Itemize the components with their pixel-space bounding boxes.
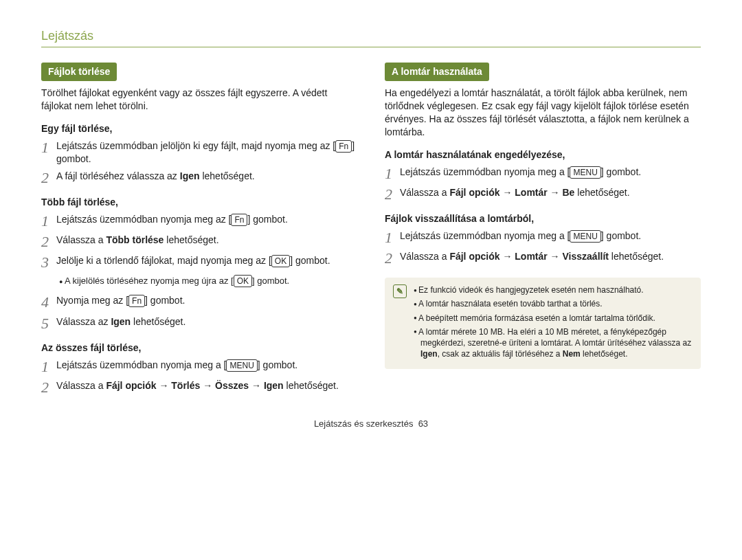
step: 2 Válassza a Fájl opciók → Törlés → Össz… bbox=[41, 379, 357, 396]
step-number: 1 bbox=[41, 213, 56, 229]
text: Válassza a bbox=[400, 251, 449, 262]
menu-button-label: MENU bbox=[226, 359, 257, 372]
bold-text: Fájl opciók → Lomtár → Be bbox=[449, 187, 574, 198]
bullet-note: A kijelölés törléséhez nyomja meg újra a… bbox=[59, 275, 357, 287]
step-number: 2 bbox=[385, 250, 400, 267]
fn-button-label: Fn bbox=[231, 214, 247, 226]
text: Válassza az bbox=[56, 316, 111, 327]
ok-button-label: OK bbox=[271, 255, 290, 267]
step-text: Válassza a Fájl opciók → Lomtár → Vissza… bbox=[400, 250, 701, 263]
text: lehetőséget. bbox=[581, 349, 628, 359]
text: Válassza a bbox=[400, 187, 449, 198]
fn-button-label: Fn bbox=[128, 295, 145, 307]
note-icon: ✎ bbox=[393, 284, 407, 298]
step-number: 3 bbox=[41, 254, 56, 271]
step-text: Válassza a Fájl opciók → Lomtár → Be leh… bbox=[400, 186, 701, 199]
step: 2 A fájl törléséhez válassza az Igen leh… bbox=[41, 170, 357, 186]
step-number: 1 bbox=[385, 166, 400, 182]
step-text: Válassza a Fájl opciók → Törlés → Összes… bbox=[56, 379, 357, 392]
step: 1 Lejátszás üzemmódban nyomja meg a [MEN… bbox=[41, 359, 357, 375]
bold-text: Több törlése bbox=[106, 234, 164, 245]
menu-button-label: MENU bbox=[570, 166, 600, 179]
note-item: A lomtár használata esetén tovább tartha… bbox=[414, 298, 693, 309]
text: gombot. bbox=[56, 153, 91, 164]
step: 1 Lejátszás üzemmódban nyomja meg a [MEN… bbox=[385, 166, 701, 182]
step-text: Válassza az Igen lehetőséget. bbox=[56, 315, 357, 328]
note-item: Ez funkció videók és hangjegyzetek eseté… bbox=[414, 284, 693, 295]
text: lehetőséget. bbox=[200, 170, 255, 181]
step: 1 Lejátszás üzemmódban nyomja meg az [Fn… bbox=[41, 213, 357, 229]
step: 2 Válassza a Fájl opciók → Lomtár → Viss… bbox=[385, 250, 701, 267]
bold-text: Igen bbox=[111, 316, 131, 327]
sub-delete-all: Az összes fájl törlése, bbox=[41, 341, 357, 355]
text: A kijelölés törléséhez nyomja meg újra a… bbox=[65, 276, 231, 286]
step-number: 2 bbox=[41, 234, 56, 250]
text: Nyomja meg az bbox=[56, 295, 126, 306]
step-text: Lejátszás üzemmódban nyomja meg az [Fn] … bbox=[56, 213, 357, 226]
step: 5 Válassza az Igen lehetőséget. bbox=[41, 315, 357, 332]
step-text: Jelölje ki a törlendő fájlokat, majd nyo… bbox=[56, 254, 357, 267]
sub-restore-trash: Fájlok visszaállítása a lomtárból, bbox=[385, 212, 701, 225]
step-text: Lejátszás üzemmódban nyomja meg a [MENU]… bbox=[400, 166, 701, 179]
text: gombot. bbox=[148, 295, 185, 306]
text: Lejátszás üzemmódban nyomja meg az bbox=[56, 214, 229, 225]
bold-text: Igen bbox=[420, 349, 438, 359]
step-number: 1 bbox=[41, 359, 56, 375]
text: lehetőséget. bbox=[574, 187, 629, 198]
text: Jelölje ki a törlendő fájlokat, majd nyo… bbox=[56, 255, 269, 266]
text: gombot. bbox=[604, 166, 641, 177]
step-text: Válassza a Több törlése lehetőséget. bbox=[56, 234, 357, 247]
note-item: A beépített memória formázása esetén a l… bbox=[414, 313, 693, 324]
text: , csak az aktuális fájl törléséhez a bbox=[438, 349, 563, 359]
note-item: A lomtár mérete 10 MB. Ha eléri a 10 MB … bbox=[414, 326, 693, 360]
text: Válassza a bbox=[56, 380, 106, 391]
note-box: ✎ Ez funkció videók és hangjegyzetek ese… bbox=[385, 278, 701, 369]
heading-trash: A lomtár használata bbox=[385, 63, 489, 81]
text: Lejátszás üzemmódban nyomja meg a bbox=[400, 230, 567, 241]
step-number: 2 bbox=[41, 170, 56, 186]
sub-enable-trash: A lomtár használatának engedélyezése, bbox=[385, 148, 701, 161]
fn-button-label: Fn bbox=[335, 140, 352, 153]
page-title: Lejátszás bbox=[41, 27, 701, 47]
content-columns: Fájlok törlése Törölhet fájlokat egyenké… bbox=[41, 63, 701, 400]
ok-button-label: OK bbox=[234, 275, 252, 287]
step-number: 1 bbox=[41, 139, 56, 156]
text: lehetőséget. bbox=[131, 316, 186, 327]
bold-text: Fájl opciók → Lomtár → Visszaállít bbox=[449, 251, 609, 262]
step: 1 Lejátszás üzemmódban jelöljön ki egy f… bbox=[41, 139, 357, 166]
step-number: 4 bbox=[41, 294, 56, 311]
sub-delete-multi: Több fájl törlése, bbox=[41, 196, 357, 209]
text: gombot. bbox=[604, 230, 641, 241]
bold-text: Igen bbox=[180, 170, 200, 181]
step-number: 1 bbox=[385, 229, 400, 246]
step: 1 Lejátszás üzemmódban nyomja meg a [MEN… bbox=[385, 229, 701, 246]
intro-text: Törölhet fájlokat egyenként vagy az össz… bbox=[41, 87, 357, 113]
text: Válassza a bbox=[56, 234, 106, 245]
text: A fájl törléséhez válassza az bbox=[56, 170, 180, 181]
text: lehetőséget. bbox=[284, 380, 339, 391]
step-number: 2 bbox=[385, 186, 400, 203]
bold-text: Nem bbox=[563, 349, 581, 359]
text: Lejátszás üzemmódban nyomja meg a bbox=[56, 359, 224, 370]
step-text: Lejátszás üzemmódban nyomja meg a [MENU]… bbox=[400, 229, 701, 243]
step-text: A fájl törléséhez válassza az Igen lehet… bbox=[56, 170, 357, 183]
text: gombot. bbox=[293, 255, 330, 266]
step-text: Nyomja meg az [Fn] gombot. bbox=[56, 294, 357, 307]
text: gombot. bbox=[250, 214, 287, 225]
note-list: Ez funkció videók és hangjegyzetek eseté… bbox=[414, 284, 693, 362]
step-text: Lejátszás üzemmódban nyomja meg a [MENU]… bbox=[56, 359, 357, 372]
text: Lejátszás üzemmódban nyomja meg a bbox=[400, 166, 567, 177]
left-column: Fájlok törlése Törölhet fájlokat egyenké… bbox=[41, 63, 357, 400]
sub-delete-one: Egy fájl törlése, bbox=[41, 122, 357, 135]
bold-text: Fájl opciók → Törlés → Összes → Igen bbox=[106, 380, 283, 391]
text: A lomtár mérete 10 MB. Ha eléri a 10 MB … bbox=[418, 327, 691, 348]
step-text: Lejátszás üzemmódban jelöljön ki egy fáj… bbox=[56, 139, 357, 166]
step: 3 Jelölje ki a törlendő fájlokat, majd n… bbox=[41, 254, 357, 271]
right-column: A lomtár használata Ha engedélyezi a lom… bbox=[385, 63, 701, 400]
text: lehetőséget. bbox=[164, 234, 218, 245]
text: gombot. bbox=[260, 359, 297, 370]
step: 2 Válassza a Fájl opciók → Lomtár → Be l… bbox=[385, 186, 701, 203]
menu-button-label: MENU bbox=[570, 230, 600, 243]
page-number: 63 bbox=[418, 418, 428, 429]
step: 2 Válassza a Több törlése lehetőséget. bbox=[41, 234, 357, 250]
